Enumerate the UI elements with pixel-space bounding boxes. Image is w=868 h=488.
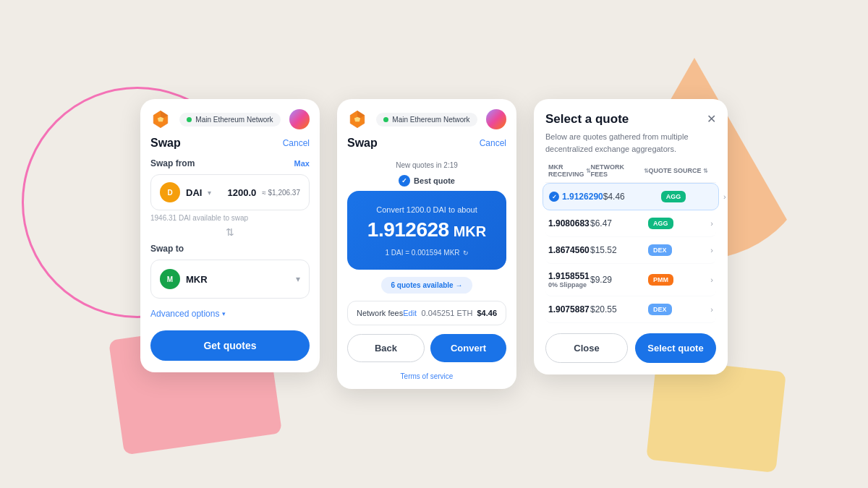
best-quote-badge: ✓ Best quote — [337, 175, 516, 187]
from-token-symbol: DAI — [186, 187, 202, 198]
quote-fee-2: $15.52 — [590, 245, 648, 255]
card1-body: Swap from Max D DAI ▾ 1200.0 ≈ $1,206.37… — [140, 158, 320, 372]
quotes-list: ✓ 1.9126290 $4.46 AGG › 1.9080683 $6.47 — [545, 183, 716, 323]
fees-label: Network fees — [357, 309, 403, 317]
sort-fees-icon[interactable]: ⇅ — [644, 168, 649, 174]
select-quote-card: Select a quote ✕ Below are quotes gather… — [534, 99, 728, 374]
quote-source-4: DEX › — [648, 304, 713, 315]
cards-container: Main Ethereum Network Swap Cancel Swap f… — [140, 99, 728, 389]
avatar — [289, 109, 310, 129]
cancel-button[interactable]: Cancel — [283, 138, 310, 148]
quote-row[interactable]: 1.8674560 $15.52 DEX › — [545, 237, 716, 264]
avatar-2 — [486, 109, 506, 129]
from-token-chevron: ▾ — [208, 189, 211, 197]
quotes-title: Select a quote — [545, 112, 629, 127]
quote-fee-1: $6.47 — [590, 218, 648, 228]
advanced-options-button[interactable]: Advanced options ▾ — [150, 309, 310, 319]
card1-title: Swap — [150, 137, 181, 150]
quote-chevron-3[interactable]: › — [710, 275, 713, 284]
metamask-logo-2 — [347, 109, 367, 129]
from-amount: 1200.0 — [227, 187, 256, 198]
quotes-actions: Close Select quote — [545, 333, 716, 363]
swap-card: Main Ethereum Network Swap Cancel Swap f… — [140, 99, 320, 372]
convert-token: MKR — [454, 223, 487, 240]
quote-receiving-2: 1.8674560 — [548, 245, 590, 255]
source-badge-2: DEX — [648, 244, 672, 256]
quote-receiving-4: 1.9075887 — [548, 304, 590, 314]
sort-source-icon[interactable]: ⇅ — [703, 168, 708, 174]
quote-source-0: AGG › — [661, 191, 726, 202]
network-fees-row: Network fees Edit 0.045251 ETH $4.46 — [347, 301, 506, 325]
card1-title-row: Swap Cancel — [140, 137, 320, 158]
quotes-table-header: MKR Receiving ⇅ Network fees ⇅ Quote sou… — [545, 163, 716, 183]
source-badge-3: PMM — [648, 274, 673, 286]
swap-from-input[interactable]: D DAI ▾ 1200.0 ≈ $1,206.37 — [150, 174, 310, 210]
svg-point-9 — [355, 122, 360, 125]
from-usd: ≈ $1,206.37 — [262, 189, 300, 197]
quote-row[interactable]: 1.9158551 0% Slippage $9.29 PMM › — [545, 264, 716, 296]
select-quote-button[interactable]: Select quote — [635, 333, 716, 363]
terms-link[interactable]: Terms of service — [337, 372, 516, 389]
quote-chevron-4[interactable]: › — [710, 305, 713, 314]
convert-actions: Back Convert — [337, 334, 516, 372]
quote-row[interactable]: 1.9080683 $6.47 AGG › — [545, 210, 716, 237]
quote-fee-3: $9.29 — [590, 275, 648, 285]
quote-chevron-1[interactable]: › — [710, 219, 713, 228]
fees-usd: $4.46 — [477, 309, 497, 317]
source-badge-4: DEX — [648, 304, 672, 315]
col-receiving: MKR Receiving ⇅ — [548, 163, 591, 178]
fees-edit-button[interactable]: Edit — [403, 309, 417, 317]
svg-point-4 — [158, 122, 163, 125]
quote-row[interactable]: 1.9075887 $20.55 DEX › — [545, 296, 716, 323]
quote-source-2: DEX › — [648, 244, 713, 256]
convert-button[interactable]: Convert — [430, 334, 506, 362]
new-quotes-timer: New quotes in 2:19 — [337, 158, 516, 175]
available-text: 1946.31 DAI available to swap — [150, 214, 310, 222]
convert-rate: 1 DAI = 0.001594 MKR ↻ — [359, 249, 495, 257]
metamask-logo — [150, 109, 171, 129]
max-button[interactable]: Max — [294, 159, 310, 168]
to-token-symbol: MKR — [186, 274, 208, 285]
active-check-icon: ✓ — [549, 192, 559, 202]
network-dot-2 — [383, 117, 388, 122]
card2-title: Swap — [347, 137, 378, 150]
network-badge: Main Ethereum Network — [179, 113, 280, 127]
mkr-icon: M — [160, 269, 180, 289]
close-button[interactable]: Close — [545, 333, 628, 363]
source-badge-1: AGG — [648, 218, 673, 229]
quote-row[interactable]: ✓ 1.9126290 $4.46 AGG › — [542, 183, 719, 210]
convert-amount: 1.912628 — [367, 218, 449, 241]
close-icon[interactable]: ✕ — [707, 114, 716, 125]
quote-chevron-0[interactable]: › — [723, 192, 726, 201]
swap-from-label: Swap from Max — [150, 158, 310, 168]
swap-to-label: Swap to — [150, 244, 310, 254]
get-quotes-button[interactable]: Get quotes — [150, 330, 310, 361]
card2-title-row: Swap Cancel — [337, 137, 516, 158]
back-button[interactable]: Back — [347, 334, 425, 362]
swap-arrows-icon[interactable]: ⇅ — [150, 226, 310, 238]
to-token-chevron: ▾ — [296, 274, 300, 284]
cancel-button-2[interactable]: Cancel — [480, 138, 506, 148]
fees-eth: 0.045251 ETH — [422, 309, 473, 317]
network-badge-2: Main Ethereum Network — [376, 113, 477, 127]
best-quote-checkmark: ✓ — [399, 175, 410, 187]
quotes-header: Select a quote ✕ — [545, 112, 716, 127]
card2-header: Main Ethereum Network — [337, 99, 516, 137]
quotes-description: Below are quotes gathered from multiple … — [545, 131, 716, 155]
sort-receiving-icon[interactable]: ⇅ — [586, 168, 591, 174]
col-source: Quote source ⇅ — [649, 163, 714, 178]
convert-info-box: Convert 1200.0 DAI to about 1.912628 MKR… — [347, 191, 506, 270]
swap-to-input[interactable]: M MKR ▾ — [150, 260, 310, 299]
quotes-available-button[interactable]: 6 quotes available → — [381, 277, 473, 294]
dai-icon: D — [160, 182, 180, 202]
card1-header: Main Ethereum Network — [140, 99, 320, 137]
quote-chevron-2[interactable]: › — [710, 246, 713, 254]
quote-receiving-1: 1.9080683 — [548, 218, 590, 228]
network-dot — [187, 117, 192, 122]
quote-fee-4: $20.55 — [590, 304, 648, 314]
quote-fee-0: $4.46 — [603, 192, 661, 202]
quote-receiving-0: ✓ 1.9126290 — [549, 192, 603, 202]
quote-source-1: AGG › — [648, 218, 713, 229]
col-fees: Network fees ⇅ — [591, 163, 649, 178]
quote-receiving-3: 1.9158551 0% Slippage — [548, 271, 590, 288]
